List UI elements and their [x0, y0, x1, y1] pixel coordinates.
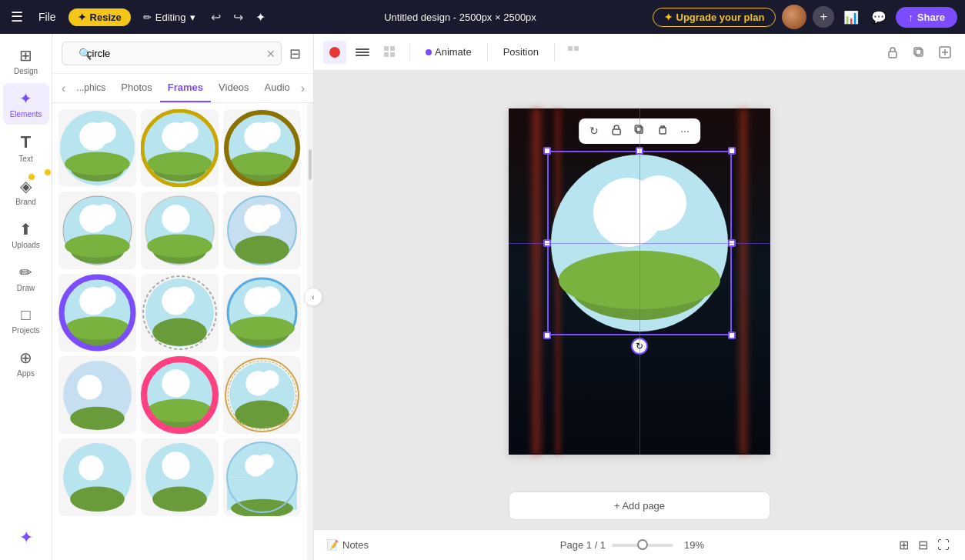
add-collaborator-button[interactable]: + [813, 6, 834, 28]
svg-point-32 [65, 317, 130, 340]
svg-rect-87 [613, 129, 620, 135]
element-delete-button[interactable] [653, 122, 673, 141]
clear-search-button[interactable]: ✕ [266, 48, 275, 60]
element-rotate-button[interactable]: ↻ [585, 122, 603, 140]
tab-graphics[interactable]: ...phics [68, 75, 113, 102]
svg-point-64 [152, 487, 207, 512]
canvas-toolbar: Animate Position [314, 34, 965, 71]
light-streak-3 [740, 108, 747, 455]
canvas-page[interactable]: ↻ ··· [509, 108, 770, 455]
panel-collapse-button[interactable]: ‹ [304, 288, 322, 306]
svg-point-25 [162, 205, 189, 232]
zoom-slider[interactable] [612, 544, 673, 547]
lines-tool-button[interactable] [351, 41, 374, 64]
svg-rect-81 [889, 52, 897, 58]
add-canvas-button[interactable] [934, 42, 956, 63]
frame-item-11[interactable] [141, 356, 219, 434]
avatar[interactable] [782, 5, 806, 29]
element-lock-button[interactable] [606, 122, 626, 141]
spacing-tool-button[interactable] [563, 41, 586, 64]
bottom-bar: 📝 Notes Page 1 / 1 19% ⊞ ⊟ ⛶ [314, 529, 965, 560]
frame-item-14[interactable] [141, 438, 219, 516]
comments-icon[interactable]: 💬 [868, 7, 890, 28]
frame-item-7[interactable] [58, 274, 136, 352]
sidebar-item-draw[interactable]: ✏ Draw [3, 257, 49, 298]
tab-frames[interactable]: Frames [160, 74, 211, 102]
frame-item-15[interactable] [223, 438, 301, 516]
tab-videos[interactable]: Videos [211, 74, 257, 102]
sidebar-text-label: Text [18, 155, 32, 163]
frame-item-13[interactable] [58, 438, 136, 516]
search-input[interactable] [62, 42, 282, 65]
frame-item-10[interactable] [58, 356, 136, 434]
duplicate-canvas-button[interactable] [908, 42, 930, 63]
page-label: Page 1 / 1 [560, 539, 606, 551]
animate-button[interactable]: Animate [418, 42, 479, 62]
filter-button[interactable]: ⊟ [286, 42, 304, 65]
file-button[interactable]: File [32, 8, 62, 26]
svg-rect-75 [384, 46, 389, 51]
fullscreen-button[interactable]: ⛶ [934, 535, 953, 555]
guide-horizontal [509, 243, 770, 244]
sidebar-item-canva-assistant[interactable]: ✦ [3, 522, 49, 554]
tabs-next-button[interactable]: › [298, 78, 308, 98]
resize-star-icon: ✦ [78, 12, 86, 23]
lock-canvas-button[interactable] [882, 42, 903, 63]
svg-rect-74 [356, 55, 369, 56]
element-more-button[interactable]: ··· [676, 122, 694, 140]
color-tool-button[interactable] [323, 41, 346, 64]
svg-point-45 [259, 286, 280, 308]
sidebar-item-elements[interactable]: ✦ Elements [3, 83, 49, 125]
layout-view-button[interactable]: ⊟ [915, 535, 931, 555]
undo-button[interactable]: ↩ [208, 7, 224, 28]
panel-scrollbar[interactable] [307, 103, 313, 560]
editing-button[interactable]: ✏ Editing ▾ [137, 8, 202, 26]
svg-point-29 [259, 204, 280, 225]
sidebar-uploads-label: Uploads [12, 241, 40, 249]
frame-item-2[interactable] [141, 109, 219, 187]
frame-item-12[interactable] [223, 356, 301, 434]
frame-item-6[interactable] [223, 192, 301, 269]
editing-pen-icon: ✏ [143, 12, 152, 23]
notes-label: Notes [342, 539, 369, 551]
uploads-icon: ⬆ [19, 220, 32, 238]
svg-rect-79 [568, 46, 573, 51]
notes-button[interactable]: 📝 Notes [326, 539, 369, 551]
resize-button[interactable]: ✦ Resize [68, 8, 131, 26]
frame-item-8[interactable] [141, 274, 219, 352]
frame-item-9[interactable] [223, 274, 301, 352]
add-page-button[interactable]: + Add page [509, 492, 770, 520]
design-icon: ⊞ [19, 46, 32, 65]
sidebar-brand-label: Brand [15, 198, 36, 206]
frame-item-1[interactable] [58, 109, 136, 187]
analytics-icon[interactable]: 📊 [840, 7, 862, 28]
tab-audio[interactable]: Audio [257, 74, 298, 102]
toolbar-divider2 [487, 43, 488, 62]
sidebar-item-brand[interactable]: ◈ Brand [3, 171, 49, 212]
tab-photos[interactable]: Photos [113, 74, 159, 102]
position-button[interactable]: Position [496, 42, 546, 62]
sidebar-item-design[interactable]: ⊞ Design [3, 40, 49, 82]
tabs-prev-button[interactable]: ‹ [58, 78, 68, 98]
brand-icon: ◈ [20, 177, 32, 195]
sidebar-item-projects[interactable]: □ Projects [3, 300, 49, 341]
pattern-tool-button[interactable] [379, 41, 402, 64]
grid-view-button[interactable]: ⊞ [896, 535, 912, 555]
sidebar-item-apps[interactable]: ⊕ Apps [3, 342, 49, 384]
upgrade-button[interactable]: ✦ Upgrade your plan [653, 8, 776, 27]
magic-button[interactable]: ✦ [252, 7, 269, 28]
share-button[interactable]: ↑ Share [896, 7, 957, 28]
sidebar-item-text[interactable]: T Text [3, 126, 49, 169]
apps-icon: ⊕ [19, 348, 32, 367]
frame-item-3[interactable] [223, 109, 301, 187]
svg-point-13 [229, 152, 295, 175]
menu-icon[interactable]: ☰ [8, 5, 26, 28]
search-wrapper: 🔍 ✕ [62, 42, 282, 65]
redo-button[interactable]: ↪ [230, 7, 246, 28]
frame-item-5[interactable] [141, 192, 219, 269]
svg-point-37 [152, 318, 207, 346]
frame-item-4[interactable] [58, 192, 136, 269]
sidebar-item-uploads[interactable]: ⬆ Uploads [3, 214, 49, 255]
svg-point-39 [172, 286, 194, 308]
svg-point-57 [260, 370, 279, 388]
